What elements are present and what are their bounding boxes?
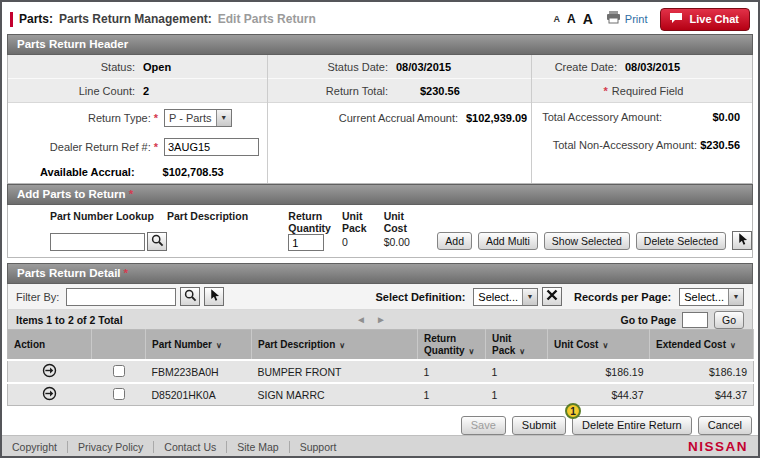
- part-description-label: Part Description: [167, 210, 288, 222]
- nissan-logo: NISSAN: [688, 439, 748, 454]
- sort-icon: ∨: [519, 347, 525, 356]
- row-select-checkbox[interactable]: [113, 388, 125, 400]
- go-to-page-label: Go to Page: [621, 314, 676, 326]
- filter-input[interactable]: [66, 288, 176, 306]
- part-number-lookup-input[interactable]: [50, 233, 145, 251]
- column-header-return-quantity[interactable]: Return Quantity∨: [418, 330, 486, 361]
- cell-unit-pack: 1: [486, 383, 548, 406]
- footer-link-site-map[interactable]: Site Map: [226, 441, 288, 453]
- pagination: ◄ ►: [356, 314, 386, 325]
- column-header-extended-cost[interactable]: Extended Cost∨: [650, 330, 754, 361]
- footer-link-privacy-policy[interactable]: Privacy Policy: [67, 441, 153, 453]
- breadcrumb-section: Parts Return Management:: [59, 12, 212, 26]
- total-non-accessory-value: $230.56: [697, 139, 752, 151]
- dealer-ref-input[interactable]: [164, 138, 259, 156]
- header-column-right: Create Date: 08/03/2015 * Required Field…: [532, 55, 752, 183]
- font-size-medium-button[interactable]: A: [567, 12, 576, 26]
- cell-extended-cost: $44.37: [650, 383, 754, 406]
- clear-definition-button[interactable]: [542, 287, 562, 306]
- previous-page-icon[interactable]: ◄: [356, 314, 366, 325]
- cell-part-number: FBM223BA0H: [146, 360, 252, 383]
- delete-entire-return-button[interactable]: Delete Entire Return: [572, 416, 692, 435]
- create-date-value: 08/03/2015: [625, 61, 680, 73]
- font-size-small-button[interactable]: A: [554, 14, 561, 24]
- footer-link-copyright[interactable]: Copyright: [12, 441, 67, 453]
- cell-part-number: D85201HK0A: [146, 383, 252, 406]
- footer-link-support[interactable]: Support: [289, 441, 347, 453]
- chevron-down-icon: ▼: [728, 289, 743, 305]
- column-header-part-description[interactable]: Part Description∨: [252, 330, 418, 361]
- records-per-page-label: Records per Page:: [574, 291, 671, 303]
- cell-return-quantity: 1: [418, 383, 486, 406]
- add-parts-title: Add Parts to Return: [17, 188, 126, 200]
- part-number-lookup-label: Part Number Lookup: [50, 210, 167, 222]
- current-accrual-label: Current Accrual Amount:: [268, 112, 458, 124]
- top-bar: Parts: Parts Return Management: Edit Par…: [2, 2, 758, 34]
- footer-link-contact-us[interactable]: Contact Us: [153, 441, 226, 453]
- save-button[interactable]: Save: [461, 416, 506, 435]
- select-definition-value: Select...: [474, 291, 522, 303]
- parts-return-header-body: Status: Open Line Count: 2 Return Type:*…: [7, 55, 753, 184]
- return-quantity-input[interactable]: [288, 234, 324, 251]
- column-header-select: [92, 330, 146, 361]
- print-button[interactable]: Print: [606, 10, 648, 28]
- go-button[interactable]: Go: [714, 311, 744, 329]
- records-per-page-select[interactable]: Select... ▼: [679, 288, 744, 306]
- detail-filter-row: Filter By: Select Definition: Select... …: [7, 284, 753, 309]
- column-header-unit-cost[interactable]: Unit Cost∨: [548, 330, 650, 361]
- unit-cost-value: $0.00: [384, 236, 438, 251]
- return-type-select[interactable]: P - Parts ▼: [164, 109, 232, 127]
- sort-icon: ∨: [469, 347, 475, 356]
- total-accessory-value: $0.00: [662, 111, 752, 123]
- part-lookup-search-button[interactable]: [147, 232, 167, 251]
- breadcrumb-app: Parts:: [19, 12, 53, 26]
- filter-search-button[interactable]: [180, 287, 200, 306]
- select-definition-label: Select Definition:: [375, 291, 465, 303]
- cell-return-quantity: 1: [418, 360, 486, 383]
- go-to-page-input[interactable]: [682, 312, 708, 328]
- filter-by-label: Filter By:: [16, 291, 59, 303]
- available-accrual-label: Available Accrual:: [40, 166, 135, 178]
- pointer-select-button[interactable]: [732, 231, 752, 250]
- return-total-label: Return Total:: [268, 85, 388, 97]
- status-date-value: 08/03/2015: [396, 61, 451, 73]
- font-size-large-button[interactable]: A: [583, 11, 593, 27]
- red-accent-bar: [10, 12, 13, 27]
- row-select-checkbox[interactable]: [113, 365, 125, 377]
- breadcrumb-page: Edit Parts Return: [218, 12, 316, 26]
- column-header-unit-pack[interactable]: Unit Pack∨: [486, 330, 548, 361]
- cursor-pointer-icon: [736, 232, 749, 249]
- sort-icon: ∨: [216, 341, 222, 350]
- next-page-icon[interactable]: ►: [376, 314, 386, 325]
- table-header-row: Action Part Number∨ Part Description∨ Re…: [8, 330, 754, 361]
- return-quantity-label: Return Quantity: [288, 210, 340, 234]
- dealer-ref-label: Dealer Return Ref #:*: [8, 141, 158, 153]
- detail-title: Parts Return Detail: [17, 267, 121, 279]
- delete-selected-button[interactable]: Delete Selected: [636, 232, 726, 250]
- column-header-part-number[interactable]: Part Number∨: [146, 330, 252, 361]
- sort-icon: ∨: [602, 341, 608, 350]
- cell-extended-cost: $186.19: [650, 360, 754, 383]
- header-column-middle: Status Date: 08/03/2015 Return Total: $2…: [268, 55, 532, 183]
- parts-return-header-bar: Parts Return Header: [7, 34, 753, 55]
- column-header-action: Action: [8, 330, 92, 361]
- submit-button[interactable]: Submit: [512, 416, 566, 435]
- line-count-label: Line Count:: [8, 85, 135, 97]
- add-button[interactable]: Add: [437, 232, 472, 250]
- select-definition-select[interactable]: Select... ▼: [473, 288, 538, 306]
- show-selected-button[interactable]: Show Selected: [544, 232, 630, 250]
- cross-icon: [546, 289, 558, 304]
- unit-pack-value: 0: [342, 236, 384, 251]
- total-accessory-label: Total Accessory Amount:: [532, 111, 662, 123]
- cancel-button[interactable]: Cancel: [698, 416, 752, 435]
- search-icon: [184, 289, 197, 305]
- add-multi-button[interactable]: Add Multi: [478, 232, 538, 250]
- filter-pointer-button[interactable]: [204, 287, 224, 306]
- row-action-go-icon[interactable]: [42, 391, 57, 403]
- print-label: Print: [625, 13, 648, 25]
- row-action-go-icon[interactable]: [42, 368, 57, 380]
- printer-icon: [606, 10, 621, 28]
- total-non-accessory-label: Total Non-Accessory Amount:: [532, 139, 697, 151]
- sort-icon: ∨: [730, 341, 736, 350]
- live-chat-button[interactable]: Live Chat: [660, 8, 750, 31]
